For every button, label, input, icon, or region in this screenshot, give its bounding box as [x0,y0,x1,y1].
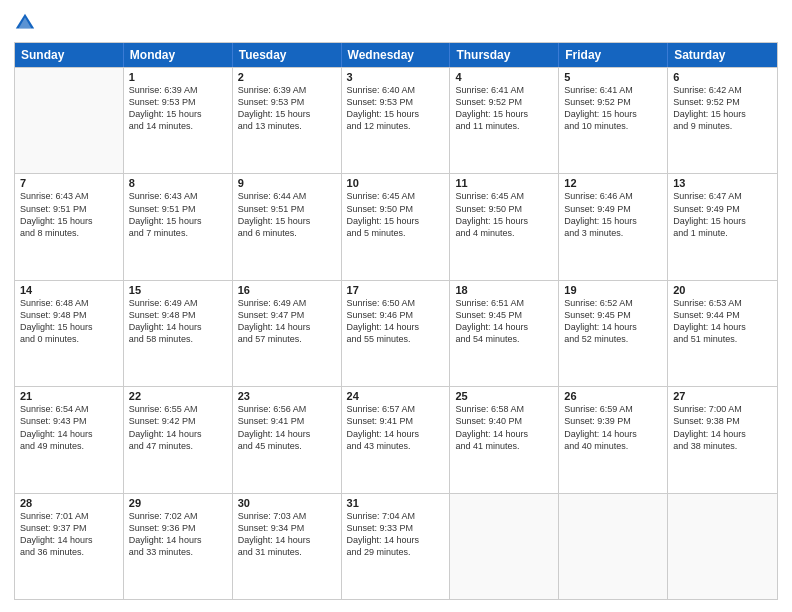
cell-info-line: Daylight: 14 hours [238,428,336,440]
cell-info-line: Sunset: 9:52 PM [673,96,772,108]
calendar-cell: 27Sunrise: 7:00 AMSunset: 9:38 PMDayligh… [668,387,777,492]
cell-info-line: Daylight: 14 hours [455,428,553,440]
cell-day-number: 27 [673,390,772,402]
calendar-header-cell: Saturday [668,43,777,67]
logo-icon [14,12,36,34]
cell-day-number: 31 [347,497,445,509]
cell-info-line: Daylight: 15 hours [455,108,553,120]
calendar-header-cell: Sunday [15,43,124,67]
calendar-cell: 24Sunrise: 6:57 AMSunset: 9:41 PMDayligh… [342,387,451,492]
cell-info-line: Sunrise: 6:47 AM [673,190,772,202]
cell-info-line: Sunset: 9:50 PM [455,203,553,215]
cell-info-line: Daylight: 15 hours [238,108,336,120]
calendar-cell [559,494,668,599]
cell-info-line: Daylight: 14 hours [564,428,662,440]
calendar-cell: 18Sunrise: 6:51 AMSunset: 9:45 PMDayligh… [450,281,559,386]
cell-info-line: Daylight: 14 hours [129,321,227,333]
cell-info-line: Sunrise: 6:52 AM [564,297,662,309]
cell-info-line: and 45 minutes. [238,440,336,452]
cell-info-line: and 11 minutes. [455,120,553,132]
calendar-cell: 1Sunrise: 6:39 AMSunset: 9:53 PMDaylight… [124,68,233,173]
calendar-cell: 17Sunrise: 6:50 AMSunset: 9:46 PMDayligh… [342,281,451,386]
cell-day-number: 29 [129,497,227,509]
cell-info-line: Sunset: 9:36 PM [129,522,227,534]
cell-info-line: and 29 minutes. [347,546,445,558]
cell-day-number: 9 [238,177,336,189]
cell-info-line: Daylight: 14 hours [129,534,227,546]
cell-info-line: Sunrise: 6:49 AM [129,297,227,309]
cell-info-line: Sunset: 9:45 PM [564,309,662,321]
calendar-cell [450,494,559,599]
calendar-row: 21Sunrise: 6:54 AMSunset: 9:43 PMDayligh… [15,386,777,492]
calendar-header-cell: Wednesday [342,43,451,67]
calendar-cell: 15Sunrise: 6:49 AMSunset: 9:48 PMDayligh… [124,281,233,386]
cell-info-line: Daylight: 14 hours [238,534,336,546]
cell-info-line: Daylight: 14 hours [347,534,445,546]
cell-info-line: Daylight: 14 hours [20,428,118,440]
cell-info-line: Sunset: 9:42 PM [129,415,227,427]
cell-info-line: Sunrise: 6:42 AM [673,84,772,96]
calendar-cell: 8Sunrise: 6:43 AMSunset: 9:51 PMDaylight… [124,174,233,279]
cell-info-line: and 58 minutes. [129,333,227,345]
cell-info-line: Daylight: 14 hours [347,321,445,333]
cell-day-number: 12 [564,177,662,189]
cell-info-line: Sunrise: 6:43 AM [20,190,118,202]
cell-info-line: Sunset: 9:47 PM [238,309,336,321]
calendar-cell: 4Sunrise: 6:41 AMSunset: 9:52 PMDaylight… [450,68,559,173]
cell-info-line: and 33 minutes. [129,546,227,558]
calendar-cell: 23Sunrise: 6:56 AMSunset: 9:41 PMDayligh… [233,387,342,492]
cell-info-line: Daylight: 15 hours [347,108,445,120]
cell-info-line: Sunset: 9:45 PM [455,309,553,321]
calendar-cell: 2Sunrise: 6:39 AMSunset: 9:53 PMDaylight… [233,68,342,173]
cell-day-number: 3 [347,71,445,83]
calendar-cell: 5Sunrise: 6:41 AMSunset: 9:52 PMDaylight… [559,68,668,173]
logo [14,12,40,34]
calendar-body: 1Sunrise: 6:39 AMSunset: 9:53 PMDaylight… [15,67,777,599]
calendar-header-cell: Monday [124,43,233,67]
calendar-cell [15,68,124,173]
calendar-cell: 3Sunrise: 6:40 AMSunset: 9:53 PMDaylight… [342,68,451,173]
cell-info-line: and 49 minutes. [20,440,118,452]
cell-info-line: Sunset: 9:51 PM [20,203,118,215]
cell-day-number: 16 [238,284,336,296]
cell-day-number: 2 [238,71,336,83]
cell-info-line: and 10 minutes. [564,120,662,132]
calendar-cell: 13Sunrise: 6:47 AMSunset: 9:49 PMDayligh… [668,174,777,279]
cell-info-line: Sunrise: 6:59 AM [564,403,662,415]
cell-info-line: Daylight: 15 hours [564,215,662,227]
cell-info-line: Daylight: 14 hours [673,428,772,440]
cell-day-number: 30 [238,497,336,509]
cell-info-line: Sunrise: 6:58 AM [455,403,553,415]
cell-info-line: Daylight: 15 hours [238,215,336,227]
cell-info-line: and 13 minutes. [238,120,336,132]
calendar-cell: 31Sunrise: 7:04 AMSunset: 9:33 PMDayligh… [342,494,451,599]
calendar-header-cell: Thursday [450,43,559,67]
cell-info-line: Sunset: 9:44 PM [673,309,772,321]
cell-info-line: Sunrise: 6:51 AM [455,297,553,309]
cell-info-line: and 5 minutes. [347,227,445,239]
cell-day-number: 20 [673,284,772,296]
cell-day-number: 25 [455,390,553,402]
cell-info-line: Sunset: 9:53 PM [347,96,445,108]
cell-info-line: Sunset: 9:49 PM [673,203,772,215]
cell-day-number: 8 [129,177,227,189]
cell-day-number: 24 [347,390,445,402]
calendar-row: 14Sunrise: 6:48 AMSunset: 9:48 PMDayligh… [15,280,777,386]
cell-info-line: and 47 minutes. [129,440,227,452]
cell-info-line: and 51 minutes. [673,333,772,345]
calendar-cell: 22Sunrise: 6:55 AMSunset: 9:42 PMDayligh… [124,387,233,492]
cell-info-line: Sunrise: 7:01 AM [20,510,118,522]
cell-day-number: 22 [129,390,227,402]
cell-info-line: and 38 minutes. [673,440,772,452]
cell-info-line: Sunset: 9:41 PM [347,415,445,427]
cell-info-line: and 12 minutes. [347,120,445,132]
cell-info-line: Sunrise: 6:49 AM [238,297,336,309]
cell-day-number: 6 [673,71,772,83]
cell-info-line: Daylight: 14 hours [238,321,336,333]
cell-info-line: Daylight: 15 hours [673,108,772,120]
cell-info-line: and 54 minutes. [455,333,553,345]
cell-day-number: 5 [564,71,662,83]
cell-info-line: Daylight: 14 hours [129,428,227,440]
calendar-header-cell: Tuesday [233,43,342,67]
cell-info-line: Daylight: 15 hours [347,215,445,227]
